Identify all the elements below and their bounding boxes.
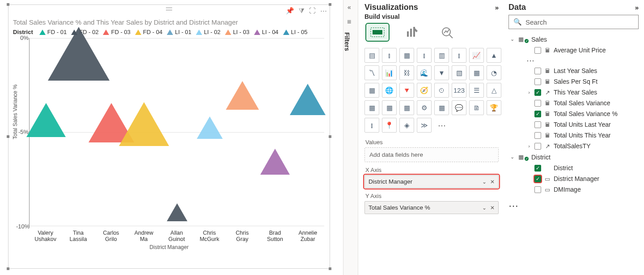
table-row[interactable]: ⌄▦✓Sales	[508, 34, 639, 45]
field-row[interactable]: 🖩Total Sales Variance	[508, 98, 639, 108]
viz-type-button[interactable]: △	[487, 83, 501, 98]
field-checkbox[interactable]	[534, 100, 541, 107]
field-row[interactable]: 🖩Last Year Sales	[508, 65, 639, 76]
resize-handle[interactable]	[7, 267, 9, 270]
collapse-icon[interactable]: »	[635, 4, 639, 11]
scatter-visual-frame[interactable]: 📌 ⧩ ⛶ ⋯ Total Sales Variance % and This …	[8, 4, 330, 269]
viz-type-button[interactable]: ▦	[434, 100, 449, 115]
field-row[interactable]: 🖩Average Unit Price	[508, 45, 639, 56]
data-point[interactable]	[48, 27, 110, 81]
viz-type-button[interactable]: ⫿	[364, 118, 379, 133]
viz-type-button[interactable]: ▦	[469, 65, 484, 80]
data-point[interactable]	[226, 81, 259, 110]
focus-mode-icon[interactable]: ⛶	[309, 7, 316, 15]
field-row[interactable]: 🖩Total Sales Variance %	[508, 108, 639, 119]
viz-type-button[interactable]: ▦	[399, 100, 414, 115]
legend-item[interactable]: FD - 04	[135, 29, 162, 35]
field-checkbox[interactable]	[534, 143, 541, 150]
field-checkbox[interactable]	[534, 111, 541, 117]
data-point[interactable]	[26, 103, 66, 137]
viz-type-button[interactable]: 📊	[382, 65, 397, 80]
chevron-right-icon[interactable]: ›	[526, 143, 532, 149]
field-checkbox[interactable]	[534, 165, 541, 172]
pin-icon[interactable]: 📌	[286, 7, 294, 15]
viz-type-button[interactable]: ▦	[382, 100, 397, 115]
viz-type-button[interactable]: 🏆	[487, 100, 501, 115]
chevron-down-icon[interactable]: ⌄	[482, 179, 487, 185]
chevron-down-icon[interactable]: ⌄	[509, 36, 515, 42]
viz-type-button[interactable]: ☰	[469, 83, 484, 98]
field-checkbox[interactable]	[534, 47, 541, 54]
viz-type-button[interactable]: ▥	[434, 48, 449, 63]
viz-type-button[interactable]: 🗎	[469, 100, 484, 115]
xaxis-field-pill[interactable]: District Manager ⌄✕	[364, 175, 499, 188]
viz-type-button[interactable]: ▤	[364, 48, 379, 63]
resize-handle[interactable]	[329, 135, 331, 138]
viz-type-button[interactable]: 💬	[452, 100, 466, 115]
more-options-icon[interactable]: ⋯	[508, 200, 639, 212]
legend-item[interactable]: LI - 01	[167, 29, 191, 35]
viz-type-button[interactable]: ◈	[399, 118, 414, 133]
viz-type-button[interactable]: 〽	[364, 65, 379, 80]
viz-type-button[interactable]: ▧	[452, 65, 466, 80]
viz-type-button[interactable]: ⛓	[399, 65, 414, 80]
data-point[interactable]	[167, 203, 187, 221]
search-input[interactable]: 🔍 Search	[508, 15, 639, 29]
data-point[interactable]	[119, 102, 169, 146]
viz-type-button[interactable]: ⫿	[382, 48, 397, 63]
visual-drag-grip[interactable]	[166, 8, 172, 10]
viz-type-button[interactable]: 🌊	[417, 65, 432, 80]
field-row[interactable]: District	[508, 163, 639, 173]
field-row[interactable]: ›↗TotalSalesTY	[508, 141, 639, 151]
viz-type-button[interactable]: ▦	[364, 83, 379, 98]
field-row[interactable]: 🖩Total Units This Year	[508, 130, 639, 141]
field-checkbox[interactable]	[534, 78, 541, 85]
viz-type-button[interactable]: 🔻	[399, 83, 414, 98]
data-point[interactable]	[197, 116, 223, 139]
filter-icon[interactable]: ⧩	[299, 7, 305, 15]
viz-type-button[interactable]: ⫿	[417, 48, 432, 63]
viz-type-button[interactable]: 🌐	[382, 83, 397, 98]
format-visual-tab[interactable]	[400, 23, 424, 42]
viz-type-button[interactable]: ≫	[417, 118, 432, 133]
remove-field-icon[interactable]: ✕	[490, 205, 495, 211]
viz-type-button[interactable]: ⏲	[434, 83, 449, 98]
viz-type-button[interactable]: ⫿	[452, 48, 466, 63]
resize-handle[interactable]	[7, 135, 9, 138]
viz-type-button[interactable]: ▦	[399, 48, 414, 63]
data-point[interactable]	[260, 149, 290, 175]
field-checkbox[interactable]	[534, 68, 541, 74]
expand-icon[interactable]: «	[347, 4, 351, 11]
viz-type-button[interactable]: ⋯	[434, 118, 449, 133]
values-well[interactable]: Add data fields here	[364, 147, 499, 162]
viz-type-button[interactable]: ◔	[487, 65, 501, 80]
viz-type-button[interactable]: ▦	[364, 100, 379, 115]
viz-type-button[interactable]: 123	[452, 83, 466, 98]
field-row[interactable]: 🖩Total Units Last Year	[508, 119, 639, 130]
field-row[interactable]: 🖩Sales Per Sq Ft	[508, 76, 639, 87]
chevron-down-icon[interactable]: ⌄	[509, 154, 515, 160]
viz-type-button[interactable]: 📈	[469, 48, 484, 63]
field-row[interactable]: ›↗This Year Sales	[508, 87, 639, 98]
data-point[interactable]	[290, 84, 326, 115]
field-row[interactable]: ▭DMImage	[508, 184, 639, 195]
field-row[interactable]: ▭District Manager	[508, 173, 639, 184]
legend-item[interactable]: LI - 03	[225, 29, 250, 35]
more-options-icon[interactable]: ⋯	[320, 7, 327, 15]
remove-field-icon[interactable]: ✕	[490, 179, 495, 185]
more-options-icon[interactable]: ⋯	[508, 56, 639, 65]
resize-handle[interactable]	[329, 267, 331, 270]
collapse-icon[interactable]: »	[495, 4, 499, 11]
field-checkbox[interactable]	[534, 121, 541, 128]
field-checkbox[interactable]	[534, 176, 541, 182]
field-checkbox[interactable]	[534, 186, 541, 193]
viz-type-button[interactable]: ▼	[434, 65, 449, 80]
table-row[interactable]: ⌄▦✓District	[508, 151, 639, 163]
chevron-down-icon[interactable]: ⌄	[482, 205, 487, 211]
viz-type-button[interactable]: 📍	[382, 118, 397, 133]
analytics-tab[interactable]	[435, 23, 459, 42]
yaxis-field-pill[interactable]: Total Sales Variance % ⌄✕	[364, 201, 499, 214]
legend-item[interactable]: LI - 05	[283, 29, 308, 35]
legend-item[interactable]: LI - 02	[196, 29, 220, 35]
field-checkbox[interactable]	[534, 89, 541, 96]
